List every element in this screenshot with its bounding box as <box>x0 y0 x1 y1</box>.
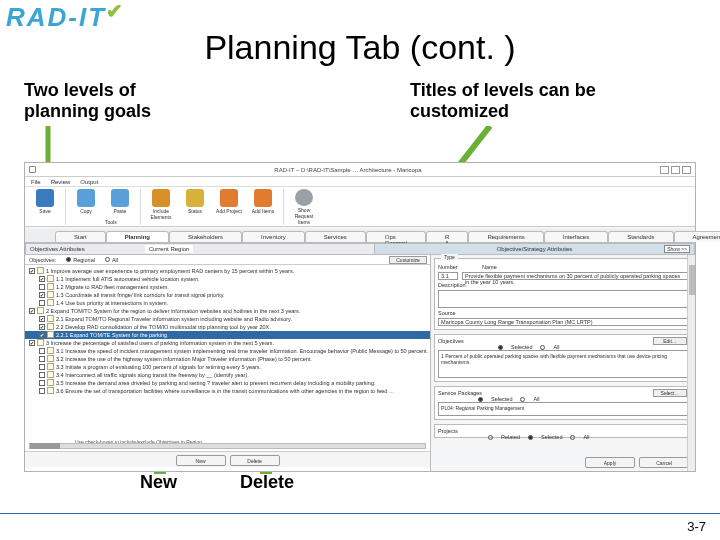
page-number: 3-7 <box>687 519 706 534</box>
tab-standards[interactable]: Standards <box>608 231 673 242</box>
close-icon[interactable] <box>682 166 691 174</box>
objective-item[interactable]: 3.3 Initiate a program of evaluating 100… <box>25 363 430 371</box>
objective-item[interactable]: 2 Expand TOM/TO System for the region to… <box>25 307 430 315</box>
objective-item[interactable]: 2.2.1 Expand TOM/TE System for the parki… <box>25 331 430 339</box>
type-section: Type Number Name 3.1 Provide flexible pa… <box>434 258 692 330</box>
source-input[interactable]: Maricopa County Long Range Transportatio… <box>438 318 688 326</box>
new-button[interactable]: New <box>176 455 226 466</box>
note-icon <box>47 371 54 378</box>
checkbox-icon[interactable] <box>39 372 45 378</box>
tab-agreements[interactable]: Agreements <box>674 231 720 242</box>
show-toggle[interactable]: Show >> <box>664 245 690 253</box>
checkbox-icon[interactable] <box>39 324 45 330</box>
objective-item[interactable]: 1.2 Migrate to RAD fleet management syst… <box>25 283 430 291</box>
tab-ops[interactable]: Ops Concept <box>366 231 426 242</box>
ribbon-save[interactable]: Save <box>29 189 61 225</box>
proj-radio-selected[interactable] <box>528 435 533 440</box>
checkbox-icon[interactable] <box>39 348 45 354</box>
objective-item[interactable]: 3.2 Increase the use of the highway syst… <box>25 355 430 363</box>
note-icon <box>47 331 54 338</box>
tab-req[interactable]: Requirements <box>468 231 543 242</box>
minimize-icon[interactable] <box>660 166 669 174</box>
ribbon-show-request[interactable]: Show Request Items <box>288 189 320 225</box>
name-input[interactable]: Provide flexible payment mechanisms on 3… <box>462 272 688 280</box>
edit-button[interactable]: Edit… <box>653 337 687 345</box>
checkbox-icon[interactable] <box>39 292 45 298</box>
v-scrollbar[interactable] <box>687 255 695 471</box>
select-button[interactable]: Select… <box>653 389 687 397</box>
ribbon-add-items[interactable]: Add Items <box>247 189 279 225</box>
tab-rr[interactable]: R & R <box>426 231 468 242</box>
apply-button[interactable]: Apply <box>585 457 635 468</box>
obj-radio-all[interactable] <box>540 345 545 350</box>
ribbon-include[interactable]: Include Elements <box>145 189 177 225</box>
objective-item[interactable]: 3.4 Interconnect all traffic signals alo… <box>25 371 430 379</box>
objective-item[interactable]: 1.3 Coordinate all transit fringe/ link … <box>25 291 430 299</box>
menubar[interactable]: File Review Output <box>25 177 695 187</box>
objective-item[interactable]: 3.5 Increase the demand area driveled by… <box>25 379 430 387</box>
radio-regional[interactable]: Regional <box>66 257 95 263</box>
window-title: RAD-IT – D:\RAD-IT\Sample … Architecture… <box>274 167 421 173</box>
h-scrollbar[interactable] <box>29 443 426 449</box>
tab-inventory[interactable]: Inventory <box>242 231 305 242</box>
desc-input[interactable] <box>438 290 688 308</box>
objective-text: 3.2 Increase the use of the highway syst… <box>56 355 312 363</box>
sp-radio-selected[interactable] <box>478 397 483 402</box>
note-icon <box>47 363 54 370</box>
objectives-list[interactable]: 1 Improve average user experience to pri… <box>25 267 430 395</box>
attributes-pane: Type Number Name 3.1 Provide flexible pa… <box>431 255 695 471</box>
ribbon-status[interactable]: Status <box>179 189 211 225</box>
sp-listbox[interactable]: PL04: Regional Parking Management <box>438 402 688 416</box>
current-region-label: Current Region <box>145 245 194 253</box>
tab-stakeholders[interactable]: Stakeholders <box>169 231 242 242</box>
objective-item[interactable]: 3.6 Ensure the set of transportation fac… <box>25 387 430 395</box>
checkbox-icon[interactable] <box>39 284 45 290</box>
objective-item[interactable]: 1 Improve average user experience to pri… <box>25 267 430 275</box>
checkbox-icon[interactable] <box>39 364 45 370</box>
obj-radio-selected[interactable] <box>498 345 503 350</box>
tab-planning[interactable]: Planning <box>106 231 169 242</box>
tabbar[interactable]: Start Planning Stakeholders Inventory Se… <box>25 229 695 243</box>
objective-text: 3.6 Ensure the set of transportation fac… <box>56 387 394 395</box>
checkbox-icon[interactable] <box>39 332 45 338</box>
checkbox-icon[interactable] <box>39 300 45 306</box>
maximize-icon[interactable] <box>671 166 680 174</box>
radio-all[interactable]: All <box>105 257 118 263</box>
sp-radio-all[interactable] <box>520 397 525 402</box>
checkbox-icon[interactable] <box>39 356 45 362</box>
customize-button[interactable]: Customize <box>389 256 427 264</box>
ribbon-add-project[interactable]: Add Project <box>213 189 245 225</box>
objective-item[interactable]: 1.1 Implement full ATIS automated vehicl… <box>25 275 430 283</box>
objectives-section: Objectives Selected All Edit… 1 Percent … <box>434 334 692 382</box>
tab-interfaces[interactable]: Interfaces <box>544 231 608 242</box>
delete-button[interactable]: Delete <box>230 455 280 466</box>
window-controls[interactable] <box>660 166 691 174</box>
tab-services[interactable]: Services <box>305 231 366 242</box>
objective-item[interactable]: 3 Increase the percentage of satisfied u… <box>25 339 430 347</box>
objective-item[interactable]: 3.1 Increase the speed of incident manag… <box>25 347 430 355</box>
obj-listbox[interactable]: 1 Percent of public operated parking spa… <box>438 350 688 378</box>
objective-text: 2.1 Expand TOM/TO Regional Traveler info… <box>56 315 292 323</box>
checkbox-icon[interactable] <box>39 316 45 322</box>
objective-item[interactable]: 2.1 Expand TOM/TO Regional Traveler info… <box>25 315 430 323</box>
checkbox-icon[interactable] <box>39 380 45 386</box>
objective-text: 1.3 Coordinate all transit fringe/ link … <box>56 291 225 299</box>
menu-file[interactable]: File <box>31 179 41 185</box>
ribbon-copy[interactable]: Copy <box>70 189 102 225</box>
proj-radio-related[interactable] <box>488 435 493 440</box>
objective-item[interactable]: 1.4 Use bus priority at intersections in… <box>25 299 430 307</box>
number-input[interactable]: 3.1 <box>438 272 458 280</box>
checkbox-icon[interactable] <box>29 340 35 346</box>
cancel-button[interactable]: Cancel <box>639 457 689 468</box>
objective-item[interactable]: 2.2 Develop RAD consolidation of the TOM… <box>25 323 430 331</box>
checkbox-icon[interactable] <box>29 308 35 314</box>
checkbox-icon[interactable] <box>39 276 45 282</box>
sp-section: Service Packages Selected All Select… PL… <box>434 386 692 420</box>
tab-start[interactable]: Start <box>55 231 106 242</box>
checkbox-icon[interactable] <box>39 388 45 394</box>
menu-output[interactable]: Output <box>80 179 98 185</box>
menu-review[interactable]: Review <box>51 179 71 185</box>
proj-radio-all[interactable] <box>570 435 575 440</box>
objective-text: 3.3 Initiate a program of evaluating 100… <box>56 363 261 371</box>
checkbox-icon[interactable] <box>29 268 35 274</box>
